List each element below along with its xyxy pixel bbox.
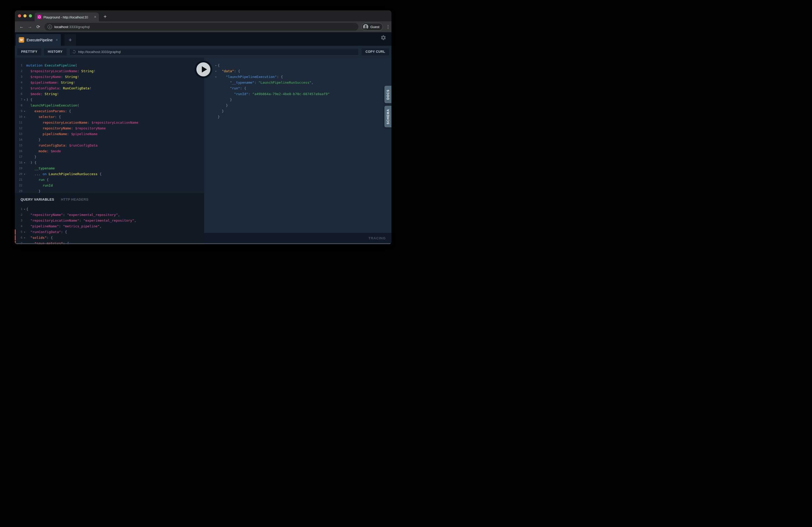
response-line: } bbox=[204, 114, 391, 120]
response-line: } bbox=[204, 97, 391, 103]
new-tab-button[interactable]: + bbox=[102, 13, 108, 20]
lint-error-marker bbox=[15, 229, 16, 235]
playground-toolbar: PRETTIFY HISTORY http://localhost:3333/g… bbox=[15, 46, 391, 58]
browser-tab[interactable]: Playground - http://localhost:33 × bbox=[34, 13, 99, 21]
traffic-light-zoom[interactable] bbox=[29, 14, 32, 17]
code-text: "solids": { bbox=[26, 235, 53, 241]
fold-arrow-icon[interactable]: ▾ bbox=[23, 229, 26, 235]
docs-label: DOCS bbox=[386, 89, 390, 100]
address-bar[interactable]: i localhost:3333/graphql bbox=[44, 23, 358, 31]
session-close-icon[interactable]: × bbox=[56, 38, 58, 42]
editor-line: 20▾ ... on LaunchPipelineRunSuccess { bbox=[15, 171, 204, 177]
traffic-lights bbox=[18, 14, 32, 17]
lint-error-marker bbox=[15, 235, 16, 240]
code-text: run { bbox=[26, 177, 49, 183]
fold-arrow-icon[interactable]: ▾ bbox=[214, 74, 218, 80]
line-number: 5 bbox=[15, 86, 23, 91]
forward-icon[interactable]: → bbox=[26, 23, 34, 31]
profile-button[interactable]: Guest bbox=[362, 23, 383, 31]
tab-query-variables[interactable]: QUERY VARIABLES bbox=[20, 197, 54, 201]
query-editor[interactable]: 1mutation ExecutePipeline(2 $repositoryL… bbox=[15, 58, 204, 193]
line-number: 6 bbox=[15, 91, 23, 97]
editor-line: 22 runId bbox=[15, 183, 204, 189]
docs-side-tab[interactable]: DOCS bbox=[385, 86, 391, 103]
back-icon[interactable]: ← bbox=[17, 23, 26, 31]
fold-arrow-icon[interactable]: ▾ bbox=[23, 160, 26, 166]
response-line: } bbox=[204, 103, 391, 108]
traffic-light-close[interactable] bbox=[18, 14, 21, 17]
editor-line: 10▾ selector: { bbox=[15, 114, 204, 120]
code-text: "run": { bbox=[218, 86, 246, 91]
line-number: 2 bbox=[15, 212, 23, 218]
endpoint-input[interactable]: http://localhost:3333/graphql bbox=[69, 48, 359, 56]
line-number: 9 bbox=[15, 108, 23, 114]
url-host: localhost bbox=[54, 25, 68, 29]
code-text: "data": { bbox=[218, 68, 240, 74]
execute-button[interactable] bbox=[194, 61, 212, 78]
line-number: 7 bbox=[15, 97, 23, 103]
traffic-light-minimize[interactable] bbox=[24, 14, 27, 17]
horizontal-scrollbar[interactable] bbox=[15, 243, 391, 244]
line-number: 19 bbox=[15, 166, 23, 171]
copy-curl-button[interactable]: COPY CURL bbox=[362, 48, 389, 55]
schema-side-tab[interactable]: SCHEMA bbox=[385, 106, 391, 127]
line-number: 1 bbox=[15, 63, 23, 68]
fold-arrow-icon[interactable]: ▾ bbox=[214, 68, 218, 74]
site-info-icon[interactable]: i bbox=[48, 25, 52, 29]
line-number: 10 bbox=[15, 114, 23, 120]
editor-line: 18▾ ) { bbox=[15, 160, 204, 166]
code-text: mode: $mode bbox=[26, 148, 61, 154]
editor-line: 16 mode: $mode bbox=[15, 148, 204, 154]
response-line: ▾ "data": { bbox=[204, 68, 391, 74]
code-text: $repositoryLocationName: String! bbox=[26, 68, 96, 74]
fold-arrow-icon[interactable]: ▾ bbox=[23, 171, 26, 177]
editor-line: 5 $runConfigData: RunConfigData! bbox=[15, 86, 204, 91]
line-number: 22 bbox=[15, 183, 23, 189]
variables-line: 4 "pipelineName": "metrics_pipeline", bbox=[15, 224, 204, 229]
fold-arrow-icon[interactable]: ▾ bbox=[214, 63, 218, 68]
code-text: "pipelineName": "metrics_pipeline", bbox=[26, 224, 102, 229]
browser-titlebar: Playground - http://localhost:33 × + bbox=[15, 10, 391, 21]
tab-http-headers[interactable]: HTTP HEADERS bbox=[61, 197, 88, 201]
fold-arrow-icon[interactable]: ▾ bbox=[23, 235, 26, 241]
line-number: 13 bbox=[15, 131, 23, 137]
query-variables-panel: QUERY VARIABLES HTTP HEADERS 1▾{2 "repos… bbox=[15, 193, 204, 244]
line-number: 18 bbox=[15, 160, 23, 166]
editor-line: 13 pipelineName: $pipelineName bbox=[15, 131, 204, 137]
editor-line: 14 } bbox=[15, 137, 204, 143]
editor-line: 19 __typename bbox=[15, 166, 204, 171]
variables-header: QUERY VARIABLES HTTP HEADERS bbox=[15, 193, 204, 206]
editor-line: 11 repositoryLocationName: $repositoryLo… bbox=[15, 120, 204, 125]
code-text: } bbox=[26, 154, 37, 160]
fold-arrow-icon[interactable]: ▾ bbox=[23, 108, 26, 114]
code-text: ) { bbox=[26, 97, 32, 103]
line-number: 23 bbox=[15, 189, 23, 193]
response-line: } bbox=[204, 108, 391, 114]
code-text: "repositoryName": "experimental_reposito… bbox=[26, 212, 120, 218]
variables-line: 5▾ "runConfigData": { bbox=[15, 229, 204, 235]
fold-arrow-icon[interactable]: ▾ bbox=[23, 206, 26, 212]
code-text: runConfigData: $runConfigData bbox=[26, 143, 98, 148]
code-text: } bbox=[218, 114, 220, 120]
history-button[interactable]: HISTORY bbox=[44, 48, 67, 55]
session-tab-executepipeline[interactable]: M ExecutePipeline × bbox=[16, 34, 61, 46]
browser-menu-icon[interactable]: ⋮ bbox=[385, 24, 391, 30]
reload-icon[interactable]: ⟳ bbox=[34, 23, 42, 31]
code-text: "runId": "a49b864a-79e2-4be8-b78c-687457… bbox=[218, 91, 330, 97]
line-number: 6 bbox=[15, 235, 23, 241]
profile-name: Guest bbox=[371, 25, 379, 29]
new-session-button[interactable]: + bbox=[64, 34, 76, 46]
fold-arrow-icon[interactable]: ▾ bbox=[23, 97, 26, 103]
tracing-label[interactable]: TRACING bbox=[368, 236, 386, 240]
browser-window: Playground - http://localhost:33 × + ← →… bbox=[15, 10, 391, 244]
response-pane: ▾{▾ "data": {▾ "launchPipelineExecution"… bbox=[204, 58, 391, 233]
prettify-button[interactable]: PRETTIFY bbox=[17, 48, 41, 55]
settings-gear-icon[interactable] bbox=[380, 35, 386, 41]
code-text: } bbox=[26, 137, 41, 143]
fold-arrow-icon[interactable]: ▾ bbox=[23, 114, 26, 120]
editor-line: 8 launchPipelineExecution( bbox=[15, 103, 204, 108]
line-number: 2 bbox=[15, 68, 23, 74]
line-number: 16 bbox=[15, 148, 23, 154]
tab-close-icon[interactable]: × bbox=[94, 15, 96, 19]
code-text: executionParams: { bbox=[26, 108, 71, 114]
